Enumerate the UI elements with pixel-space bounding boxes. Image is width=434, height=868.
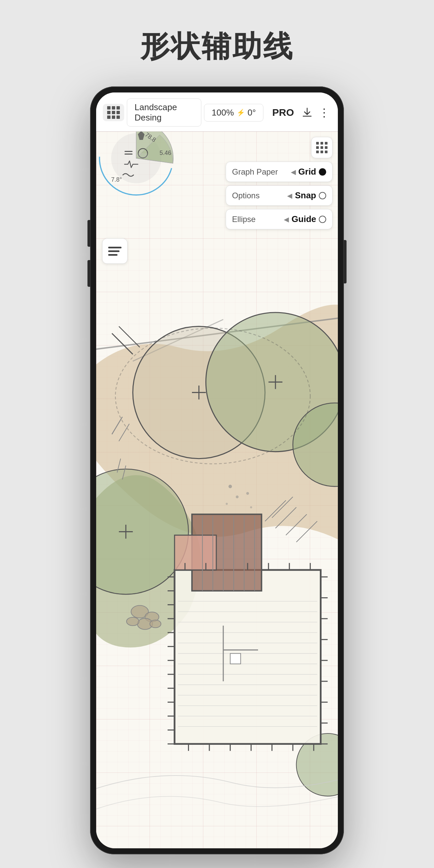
svg-rect-15 <box>175 535 216 570</box>
left-panel-button[interactable] <box>102 238 127 264</box>
zoom-button[interactable]: 100% ⚡ 0° <box>204 104 264 122</box>
ellipse-guide-row[interactable]: Ellipse ◀ Guide <box>226 209 333 229</box>
rotation-wheel[interactable]: 78.8 5.46 7.8° <box>96 131 180 202</box>
svg-text:5.46: 5.46 <box>160 150 171 156</box>
document-title-button[interactable]: Landscape Desing <box>127 98 201 127</box>
grid-toggle-button[interactable] <box>311 137 333 158</box>
snap-label: Snap <box>295 190 316 200</box>
pro-button[interactable]: PRO <box>269 103 297 122</box>
floating-panel: Graph Paper ◀ Grid Options ◀ Snap Ellips… <box>226 137 333 229</box>
options-label: Options <box>232 191 284 200</box>
svg-point-82 <box>150 620 161 628</box>
row2-arrow-icon: ◀ <box>287 192 292 199</box>
svg-rect-104 <box>138 153 148 158</box>
hamburger-icon <box>108 247 122 256</box>
phone-wrapper: Landscape Desing 100% ⚡ 0° PRO ⋮ <box>90 87 344 854</box>
phone-screen: Landscape Desing 100% ⚡ 0° PRO ⋮ <box>96 92 338 848</box>
svg-point-81 <box>127 617 139 626</box>
svg-rect-101 <box>125 151 132 152</box>
svg-point-87 <box>246 492 249 495</box>
svg-rect-42 <box>230 653 241 664</box>
svg-point-85 <box>236 495 238 498</box>
page-title: 形状辅助线 <box>140 27 294 66</box>
grid-icon <box>107 106 120 119</box>
grid-label: Grid <box>299 166 316 177</box>
grid-indicator <box>319 168 326 176</box>
side-button-left-top <box>88 220 90 247</box>
svg-rect-102 <box>125 154 132 155</box>
top-bar: Landscape Desing 100% ⚡ 0° PRO ⋮ <box>96 92 338 131</box>
guide-label: Guide <box>291 214 316 224</box>
canvas-area[interactable]: 78.8 5.46 7.8° <box>96 131 338 848</box>
landscape-drawing <box>96 131 338 848</box>
svg-point-84 <box>228 485 232 488</box>
options-snap-row[interactable]: Options ◀ Snap <box>226 185 333 206</box>
grid-view-button[interactable] <box>103 104 124 121</box>
side-button-right <box>344 240 346 283</box>
graph-paper-grid-row[interactable]: Graph Paper ◀ Grid <box>226 162 333 182</box>
grid-dots-icon <box>316 142 328 153</box>
svg-point-88 <box>250 506 252 508</box>
side-button-left-bottom <box>88 260 90 287</box>
row3-arrow-icon: ◀ <box>284 215 289 223</box>
more-options-button[interactable]: ⋮ <box>317 104 331 121</box>
graph-paper-label: Graph Paper <box>232 167 288 177</box>
svg-text:7.8°: 7.8° <box>111 176 122 183</box>
guide-indicator <box>319 216 326 223</box>
svg-point-86 <box>226 503 228 505</box>
row1-arrow-icon: ◀ <box>291 168 296 176</box>
ellipse-label: Ellipse <box>232 215 281 224</box>
svg-rect-13 <box>175 570 321 744</box>
snap-indicator <box>319 192 326 199</box>
download-button[interactable] <box>300 104 314 121</box>
